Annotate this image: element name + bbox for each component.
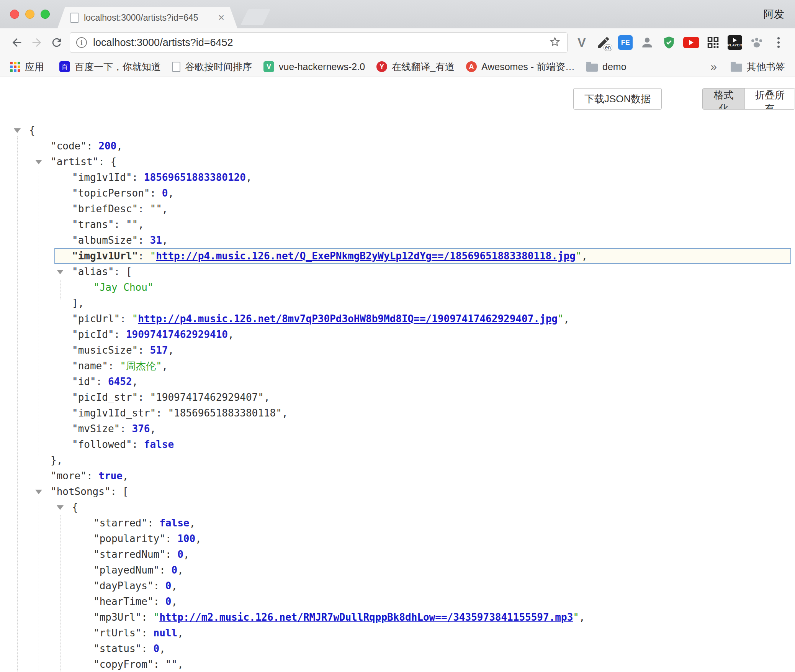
collapse-toggle-icon[interactable] [57,270,64,274]
json-token-punct: , [579,611,585,623]
forward-button[interactable] [27,33,47,52]
json-token-literal: false [144,439,174,450]
site-info-icon[interactable]: i [76,37,87,48]
json-line: "briefDesc": "", [0,201,795,217]
json-token-punct: , [132,376,138,387]
collapse-toggle-icon[interactable] [35,160,42,164]
json-token-number: 0 [172,564,178,576]
json-token-punct: { [29,125,35,136]
json-line: "name": "周杰伦", [0,358,795,374]
collapse-toggle-icon[interactable] [57,505,64,510]
other-bookmarks-folder[interactable]: 其他书签 [731,61,785,73]
json-token-punct: , [159,643,165,654]
json-token-number: 0 [154,643,160,654]
json-token-key: "playedNum" [93,564,159,576]
json-line: { [0,500,795,515]
shield-extension-icon[interactable] [659,33,679,52]
json-token-string: "" [150,203,162,215]
collapse-toggle-icon[interactable] [35,490,42,494]
vimium-extension-icon[interactable]: V [572,33,591,52]
paw-extension-icon[interactable] [747,33,766,52]
tab-close-icon[interactable]: × [218,12,224,23]
close-window-button[interactable] [10,10,19,19]
address-bar[interactable]: i localhost:3000/artists?id=6452 [70,32,568,53]
bookmark-item[interactable]: demo [586,61,627,72]
json-line: "starredNum": 0, [0,547,795,562]
fullscreen-window-button[interactable] [41,10,50,19]
json-url-link[interactable]: http://p4.music.126.net/Q_ExePNkmgB2yWyL… [156,250,576,262]
json-token-punct: : [154,580,165,592]
bookmark-item[interactable]: 谷歌按时间排序 [172,61,252,73]
bookmark-star-icon[interactable] [549,36,561,49]
json-token-punct: , [189,517,195,529]
json-token-string: "Jay Chou" [93,282,154,293]
profile-name[interactable]: 阿发 [764,0,784,28]
format-button[interactable]: 格式化 [703,89,744,109]
json-token-key: "copyFrom" [93,659,154,670]
json-token-literal: true [98,470,123,482]
json-token-punct: , [246,172,252,183]
json-token-punct: : [114,329,126,340]
profile-person-extension-icon[interactable] [638,33,657,52]
bookmarks-bar: 应用 百百度一下，你就知道谷歌按时间排序Vvue-hackernews-2.0Y… [0,57,795,77]
json-token-number: 6452 [108,376,132,387]
json-token-punct: : [165,533,177,544]
page-favicon-icon [70,13,79,23]
json-token-string: "18569651883380118" [168,407,281,419]
json-line: "topicPerson": 0, [0,185,795,201]
reload-button[interactable] [47,33,67,52]
json-token-number: 0 [177,549,183,560]
bookmark-label: 百度一下，你就知道 [75,61,161,73]
json-line-img1v1Url[interactable]: "img1v1Url": "http://p4.music.126.net/Q_… [0,248,795,264]
json-token-punct: : [138,203,150,215]
bookmarks-overflow-icon[interactable]: » [710,60,717,73]
back-button[interactable] [7,33,27,52]
bookmark-item[interactable]: 百百度一下，你就知道 [59,61,161,73]
json-token-literal: false [159,517,189,529]
json-url-link[interactable]: http://m2.music.126.net/RMJR7wDullRqppBk… [159,611,573,623]
player-extension-icon[interactable]: PLAYER [725,33,744,52]
bookmark-item[interactable]: Vvue-hackernews-2.0 [263,61,365,72]
bookmark-label: 应用 [25,61,44,73]
minimize-window-button[interactable] [25,10,34,19]
url-text[interactable]: localhost:3000/artists?id=6452 [93,37,549,49]
json-token-key: "popularity" [93,533,165,544]
bookmark-item[interactable]: Y在线翻译_有道 [376,61,455,73]
bookmark-item[interactable]: AAwesomes - 前端资… [466,61,575,73]
json-token-string: " [576,250,582,262]
json-token-key: "trans" [72,219,114,230]
bookmark-apps[interactable]: 应用 [10,61,44,73]
view-mode-group: 格式化 折叠所有 [702,88,795,110]
download-json-button[interactable]: 下载JSON数据 [573,88,662,110]
new-tab-button[interactable] [240,9,270,25]
json-line: "status": 0, [0,641,795,657]
qrcode-extension-icon[interactable] [703,33,723,52]
bookmark-label: demo [602,61,627,72]
json-line: "copyFrom": "", [0,657,795,672]
json-line: "id": 6452, [0,374,795,390]
json-line: "musicSize": 517, [0,343,795,358]
json-token-key: "alias" [72,266,114,277]
bookmark-label: 谷歌按时间排序 [185,61,252,73]
youdao-favicon: Y [376,61,387,72]
json-token-punct: }, [51,454,62,466]
collapse-toggle-icon[interactable] [14,128,21,133]
browser-menu-icon[interactable] [769,33,788,52]
json-token-punct: , [168,344,174,356]
reload-icon [50,36,63,49]
extensions-row: V en FE PLA [572,33,788,52]
translate-pen-extension-icon[interactable]: en [594,33,613,52]
indent-guide [39,170,39,457]
active-tab[interactable]: localhost:3000/artists?id=645 × [57,7,237,28]
json-token-punct: : [141,611,153,623]
fe-extension-icon[interactable]: FE [616,33,635,52]
youtube-extension-icon[interactable] [682,33,701,52]
json-token-number: 100 [177,533,195,544]
json-url-link[interactable]: http://p4.music.126.net/8mv7qP30Pd3oHW8b… [138,313,558,325]
json-token-punct: : [138,392,150,403]
json-line: "artist": { [0,154,795,170]
bookmark-label: 在线翻译_有道 [392,61,455,73]
json-token-key: "followed" [72,439,132,450]
collapse-all-button[interactable]: 折叠所有 [744,89,795,109]
json-token-punct: , [123,470,129,482]
